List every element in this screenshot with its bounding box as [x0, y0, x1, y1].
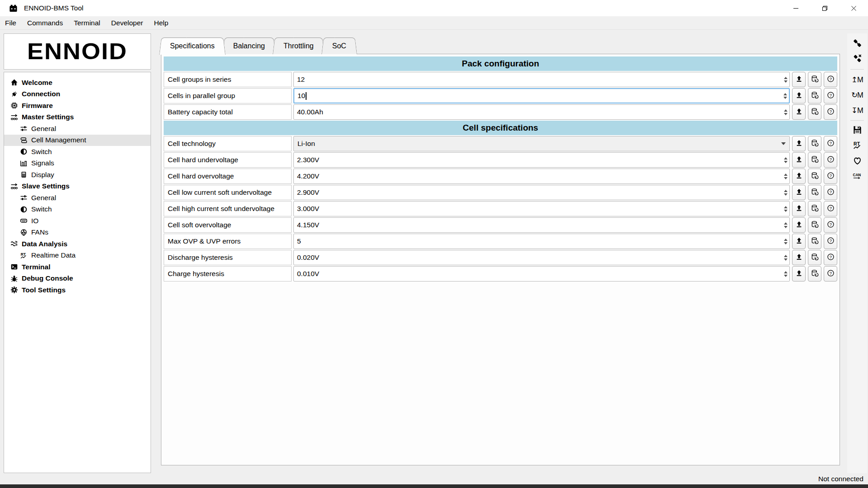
minimize-button[interactable] — [781, 0, 810, 16]
restore-button[interactable] — [810, 0, 839, 16]
help-button[interactable]: ? — [824, 217, 837, 233]
menu-item-file[interactable]: File — [0, 16, 22, 29]
write-to-bms-button[interactable] — [792, 88, 806, 103]
spin-down-icon[interactable] — [784, 80, 788, 83]
spin-down-icon[interactable] — [784, 177, 788, 179]
spinner-arrows[interactable] — [782, 169, 789, 183]
sidebar-item-debug-console[interactable]: Debug Console — [4, 273, 151, 285]
sidebar-item-welcome[interactable]: Welcome — [4, 77, 151, 89]
max-ovp-uvp-errors-input[interactable]: 5 — [293, 234, 790, 249]
help-button[interactable]: ? — [824, 234, 837, 249]
sidebar-item-cell-management[interactable]: Cell Management — [4, 135, 151, 146]
sidebar-item-terminal[interactable]: Terminal — [4, 261, 151, 273]
spin-down-icon[interactable] — [784, 210, 788, 212]
favorite-button[interactable] — [847, 154, 867, 169]
restore-value-button[interactable] — [808, 234, 821, 249]
help-button[interactable]: ? — [824, 72, 837, 87]
tab-throttling[interactable]: Throttling — [273, 38, 325, 54]
cell-groups-in-series-input[interactable]: 12 — [293, 72, 790, 87]
discharge-hysteresis-input[interactable]: 0.020V — [293, 250, 790, 265]
help-button[interactable]: ? — [824, 152, 837, 168]
sidebar-item-general[interactable]: General — [4, 123, 151, 135]
help-button[interactable]: ? — [824, 104, 837, 120]
sidebar-item-switch[interactable]: Switch — [4, 204, 151, 216]
spin-up-icon[interactable] — [784, 190, 788, 192]
cell-soft-overvoltage-input[interactable]: 4.150V — [293, 217, 790, 233]
cells-in-parallel-group-input[interactable]: 10 — [293, 88, 790, 103]
spinner-arrows[interactable] — [782, 267, 789, 281]
sidebar-item-connection[interactable]: Connection — [4, 89, 151, 100]
spinner-arrows[interactable] — [782, 185, 789, 200]
read-master-button[interactable]: ↧M — [847, 103, 867, 118]
spinner-arrows[interactable] — [782, 202, 789, 216]
cell-hard-overvoltage-input[interactable]: 4.200V — [293, 169, 790, 184]
sidebar-item-tool-settings[interactable]: Tool Settings — [4, 284, 151, 296]
disconnect-button[interactable] — [847, 52, 867, 67]
tab-specifications[interactable]: Specifications — [159, 38, 226, 55]
sidebar-item-slave-settings[interactable]: Slave Settings — [4, 181, 151, 192]
restore-value-button[interactable] — [808, 266, 821, 282]
save-button[interactable] — [847, 123, 867, 138]
spinner-arrows[interactable] — [782, 72, 789, 87]
write-to-bms-button[interactable] — [792, 104, 806, 120]
spin-up-icon[interactable] — [784, 239, 788, 241]
tab-soc[interactable]: SoC — [321, 38, 357, 54]
spinner-arrows[interactable] — [782, 250, 789, 265]
restore-value-button[interactable] — [808, 72, 821, 87]
spin-up-icon[interactable] — [784, 206, 788, 208]
write-to-bms-button[interactable] — [792, 266, 806, 282]
spinner-arrows[interactable] — [782, 105, 789, 119]
help-button[interactable]: ? — [824, 169, 837, 184]
sidebar-item-master-settings[interactable]: Master Settings — [4, 112, 151, 123]
sidebar-item-switch[interactable]: Switch — [4, 146, 151, 158]
cell-low-current-soft-undervoltage-input[interactable]: 2.900V — [293, 185, 790, 200]
spin-down-icon[interactable] — [784, 242, 788, 244]
spin-up-icon[interactable] — [784, 255, 788, 257]
menu-item-commands[interactable]: Commands — [22, 16, 68, 29]
spinner-arrows[interactable] — [782, 234, 789, 249]
spinner-arrows[interactable] — [782, 89, 789, 103]
sidebar-item-general[interactable]: General — [4, 192, 151, 204]
restore-value-button[interactable] — [808, 152, 821, 168]
restore-value-button[interactable] — [808, 104, 821, 120]
spin-up-icon[interactable] — [784, 222, 788, 225]
cell-technology-select[interactable]: Li-Ion — [293, 136, 790, 151]
help-button[interactable]: ? — [824, 201, 837, 216]
help-button[interactable]: ? — [824, 185, 837, 200]
cell-hard-undervoltage-input[interactable]: 2.300V — [293, 152, 790, 168]
spin-down-icon[interactable] — [783, 97, 787, 99]
sidebar-item-signals[interactable]: Signals — [4, 158, 151, 169]
spin-down-icon[interactable] — [784, 193, 788, 196]
spin-down-icon[interactable] — [784, 113, 788, 115]
spin-up-icon[interactable] — [784, 157, 788, 160]
write-to-bms-button[interactable] — [792, 136, 806, 151]
write-to-bms-button[interactable] — [792, 201, 806, 216]
spinner-arrows[interactable] — [782, 153, 789, 167]
reload-master-button[interactable]: ↻M — [847, 87, 867, 103]
write-to-bms-button[interactable] — [792, 217, 806, 233]
spin-down-icon[interactable] — [784, 226, 788, 228]
sidebar-item-firmware[interactable]: Firmware — [4, 100, 151, 112]
write-master-button[interactable]: ↥M — [847, 72, 867, 87]
restore-value-button[interactable] — [808, 185, 821, 200]
battery-capacity-total-input[interactable]: 40.00Ah — [293, 104, 790, 120]
spin-down-icon[interactable] — [784, 258, 788, 261]
menu-item-terminal[interactable]: Terminal — [68, 16, 106, 29]
restore-value-button[interactable] — [808, 136, 821, 151]
write-to-bms-button[interactable] — [792, 169, 806, 184]
spin-up-icon[interactable] — [784, 77, 788, 79]
restore-value-button[interactable] — [808, 201, 821, 216]
sidebar-item-io[interactable]: IO — [4, 215, 151, 227]
sidebar-item-display[interactable]: Display — [4, 169, 151, 181]
spin-up-icon[interactable] — [783, 93, 787, 95]
help-button[interactable]: ? — [824, 88, 837, 103]
write-to-bms-button[interactable] — [792, 72, 806, 87]
spin-down-icon[interactable] — [784, 275, 788, 277]
write-to-bms-button[interactable] — [792, 152, 806, 168]
restore-value-button[interactable] — [808, 88, 821, 103]
menu-item-developer[interactable]: Developer — [106, 16, 149, 29]
spin-up-icon[interactable] — [784, 271, 788, 273]
restore-value-button[interactable] — [808, 217, 821, 233]
spinner-arrows[interactable] — [782, 218, 789, 232]
tab-balancing[interactable]: Balancing — [222, 38, 276, 54]
